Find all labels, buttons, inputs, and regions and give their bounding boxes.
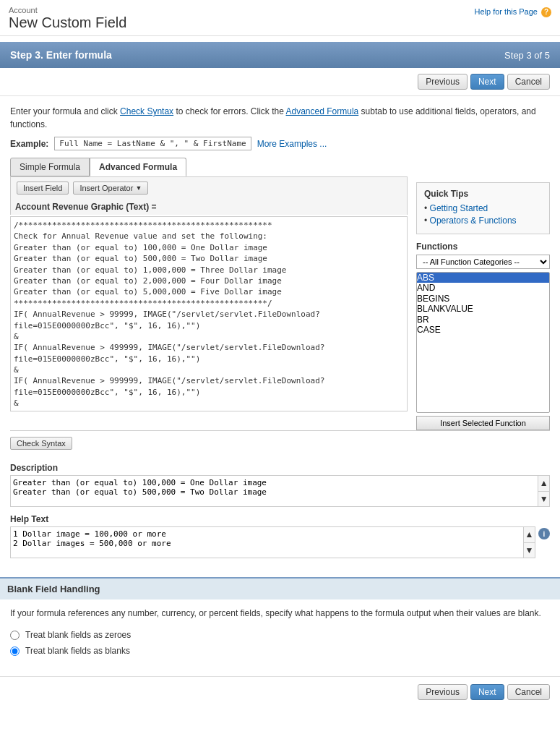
quick-tips-title: Quick Tips xyxy=(424,189,542,199)
insert-operator-button[interactable]: Insert Operator ▼ xyxy=(73,182,148,195)
description-label: Description xyxy=(10,463,550,473)
radio-treat-blanks[interactable] xyxy=(10,646,20,656)
help-icon: ? xyxy=(541,7,551,17)
blank-field-section: Blank Field Handling If your formula ref… xyxy=(0,577,560,669)
example-label: Example: xyxy=(10,139,48,149)
page-title: New Custom Field xyxy=(9,14,551,31)
blank-field-header: Blank Field Handling xyxy=(0,579,560,599)
step-title: Step 3. Enter formula xyxy=(10,49,112,61)
radio-row-zeroes: Treat blank fields as zeroes xyxy=(10,630,550,640)
dropdown-arrow-icon: ▼ xyxy=(135,184,142,192)
step-count: Step 3 of 5 xyxy=(504,50,550,61)
functions-category-dropdown[interactable]: -- All Function Categories -- xyxy=(416,255,550,269)
radio-zeroes-label: Treat blank fields as zeroes xyxy=(25,630,131,640)
blank-field-content: If your formula references any number, c… xyxy=(0,599,560,669)
help-text-textarea[interactable] xyxy=(10,526,524,558)
formula-section: Insert Field Insert Operator ▼ Account R… xyxy=(10,176,550,430)
functions-list[interactable]: ABS AND BEGINS BLANKVALUE BR CASE xyxy=(416,272,550,413)
formula-right: Quick Tips Getting Started Operators & F… xyxy=(416,176,550,430)
check-syntax-row: Check Syntax xyxy=(10,430,550,456)
quick-tips-box: Quick Tips Getting Started Operators & F… xyxy=(416,182,550,234)
insert-field-button[interactable]: Insert Field xyxy=(17,182,69,195)
formula-textarea[interactable] xyxy=(10,216,408,411)
bottom-toolbar: Previous Next Cancel xyxy=(0,676,560,707)
instructions: Enter your formula and click Check Synta… xyxy=(10,105,550,131)
radio-blanks-label: Treat blank fields as blanks xyxy=(25,646,130,656)
help-text-label: Help Text xyxy=(10,514,550,524)
check-syntax-button[interactable]: Check Syntax xyxy=(10,437,72,450)
example-formula: Full Name = LastName & ", " & FirstName xyxy=(54,137,251,150)
next-button-bottom[interactable]: Next xyxy=(470,684,504,700)
formula-tabs: Simple Formula Advanced Formula xyxy=(10,158,550,176)
help-link[interactable]: Help for this Page ? xyxy=(475,7,552,17)
description-scroll-up[interactable]: ▲ xyxy=(538,476,549,492)
description-scroll-down[interactable]: ▼ xyxy=(538,492,549,507)
page-header: Account New Custom Field Help for this P… xyxy=(0,0,560,36)
quick-tips-list: Getting Started Operators & Functions xyxy=(424,203,542,226)
tab-simple[interactable]: Simple Formula xyxy=(10,158,90,176)
more-examples-link[interactable]: More Examples ... xyxy=(257,139,327,149)
main-content: Enter your formula and click Check Synta… xyxy=(0,96,560,567)
next-button-top[interactable]: Next xyxy=(470,74,504,90)
radio-treat-zeroes[interactable] xyxy=(10,631,20,640)
functions-select-row: -- All Function Categories -- xyxy=(416,255,550,269)
formula-left: Insert Field Insert Operator ▼ Account R… xyxy=(10,176,408,430)
advanced-formula-link[interactable]: Advanced Formula xyxy=(286,106,359,116)
field-name-label: Account Revenue Graphic (Text) = xyxy=(10,199,408,215)
description-textarea[interactable] xyxy=(10,475,538,507)
help-text-row: ▲ ▼ i xyxy=(10,526,550,558)
formula-toolbar: Insert Field Insert Operator ▼ xyxy=(10,176,408,199)
quick-tips-item-2: Operators & Functions xyxy=(424,215,542,226)
quick-tips-item-1: Getting Started xyxy=(424,203,542,213)
helptext-scroll-down[interactable]: ▼ xyxy=(524,543,535,558)
radio-row-blanks: Treat blank fields as blanks xyxy=(10,646,550,656)
previous-button-top[interactable]: Previous xyxy=(418,74,468,90)
description-section: Description ▲ ▼ xyxy=(10,463,550,507)
blank-field-desc: If your formula references any number, c… xyxy=(10,607,550,620)
check-syntax-link[interactable]: Check Syntax xyxy=(120,106,173,116)
step-header: Step 3. Enter formula Step 3 of 5 xyxy=(0,42,560,68)
tab-advanced[interactable]: Advanced Formula xyxy=(90,158,186,176)
functions-panel: Functions -- All Function Categories -- … xyxy=(416,242,550,430)
insert-selected-function-button[interactable]: Insert Selected Function xyxy=(416,416,550,430)
example-row: Example: Full Name = LastName & ", " & F… xyxy=(10,137,550,150)
cancel-button-bottom[interactable]: Cancel xyxy=(507,684,550,700)
info-icon[interactable]: i xyxy=(538,528,550,539)
getting-started-link[interactable]: Getting Started xyxy=(430,203,488,213)
operators-functions-link[interactable]: Operators & Functions xyxy=(430,215,517,226)
top-toolbar: Previous Next Cancel xyxy=(0,68,560,96)
cancel-button-top[interactable]: Cancel xyxy=(507,74,550,90)
previous-button-bottom[interactable]: Previous xyxy=(418,684,468,700)
help-text-section: Help Text ▲ ▼ i xyxy=(10,514,550,558)
account-label: Account xyxy=(9,6,551,14)
helptext-scroll-up[interactable]: ▲ xyxy=(524,527,535,543)
functions-label: Functions xyxy=(416,242,550,252)
